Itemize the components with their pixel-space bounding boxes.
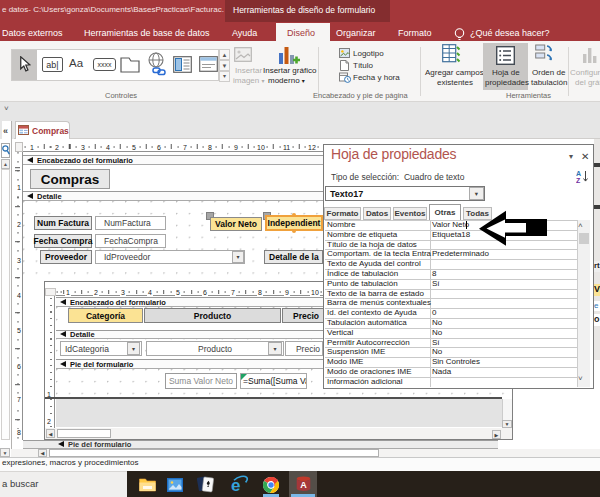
svg-text:A: A: [300, 480, 307, 490]
svg-text:Z: Z: [576, 177, 581, 184]
svg-text:A: A: [576, 170, 581, 177]
